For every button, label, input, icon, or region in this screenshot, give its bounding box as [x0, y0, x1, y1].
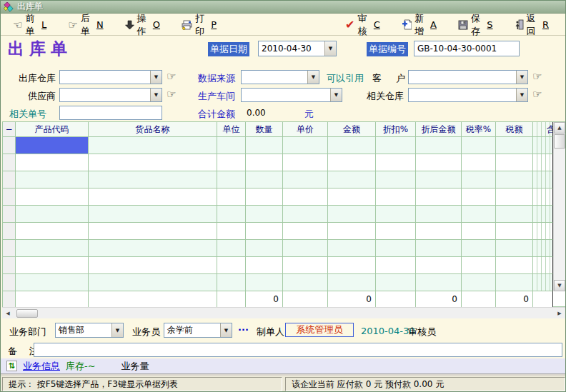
operations-button[interactable]: 操作O: [121, 16, 164, 34]
grid-cell[interactable]: [246, 137, 283, 154]
customer-select[interactable]: ▼: [408, 70, 528, 84]
grid-cell[interactable]: [16, 171, 89, 189]
new-button[interactable]: 新增A: [398, 16, 440, 34]
grid-cell[interactable]: [16, 206, 89, 223]
grid-cell[interactable]: [217, 274, 246, 291]
grid-cell[interactable]: [217, 223, 246, 240]
warehouse-select[interactable]: ▼: [59, 70, 162, 84]
grid-cell[interactable]: [283, 171, 328, 189]
grid-cell[interactable]: [496, 223, 533, 240]
grid-cell[interactable]: [376, 189, 416, 206]
save-button[interactable]: 保存S: [455, 16, 497, 34]
grid-cell[interactable]: [416, 274, 462, 291]
grid-cell[interactable]: [376, 274, 416, 291]
grid-cell[interactable]: [376, 137, 416, 154]
grid-cell[interactable]: [283, 240, 328, 257]
grid-cell[interactable]: [217, 240, 246, 257]
grid-cell[interactable]: [246, 223, 283, 240]
scroll-up-icon[interactable]: ▲: [554, 122, 565, 134]
row-indicator[interactable]: [3, 154, 16, 171]
grid-cell[interactable]: [462, 206, 496, 223]
grid-cell[interactable]: [496, 189, 533, 206]
grid-cell[interactable]: [416, 171, 462, 189]
grid-cell[interactable]: [533, 171, 553, 189]
grid-cell[interactable]: [246, 257, 283, 274]
grid-cell[interactable]: [533, 137, 553, 154]
grid-cell[interactable]: [376, 171, 416, 189]
row-indicator[interactable]: [3, 206, 16, 223]
grid-cell[interactable]: [496, 274, 533, 291]
grid-cell[interactable]: [376, 240, 416, 257]
grid-cell[interactable]: [89, 206, 217, 223]
chevron-down-icon[interactable]: ▼: [324, 41, 336, 56]
grid-cell[interactable]: [462, 154, 496, 171]
grid-cell[interactable]: [246, 274, 283, 291]
grid-cell[interactable]: [496, 171, 533, 189]
grid-cell[interactable]: [16, 154, 89, 171]
column-header[interactable]: 货品名称: [89, 122, 217, 137]
horizontal-scrollbar[interactable]: ◀ ▶: [2, 307, 565, 318]
grid-cell[interactable]: [496, 206, 533, 223]
column-header[interactable]: 税额: [496, 122, 533, 137]
grid-cell[interactable]: [496, 257, 533, 274]
customer-lookup-icon[interactable]: ☞: [532, 71, 542, 81]
grid-cell[interactable]: [89, 171, 217, 189]
grid-cell[interactable]: [16, 240, 89, 257]
return-button[interactable]: 返回R: [511, 16, 552, 34]
grid-cell[interactable]: [283, 137, 328, 154]
scroll-left-icon[interactable]: ◀: [2, 308, 14, 318]
grid-cell[interactable]: [416, 189, 462, 206]
grid-cell[interactable]: [462, 240, 496, 257]
grid-cell[interactable]: [89, 274, 217, 291]
column-header[interactable]: 含: [533, 122, 553, 137]
grid-cell[interactable]: [328, 171, 376, 189]
grid-cell[interactable]: [328, 257, 376, 274]
chevron-down-icon[interactable]: ▼: [150, 89, 162, 101]
grid-cell[interactable]: [246, 171, 283, 189]
column-header[interactable]: 税率%: [462, 122, 496, 137]
column-header[interactable]: 折后金额: [416, 122, 462, 137]
column-header[interactable]: 单位: [217, 122, 246, 137]
warehouse-lookup-icon[interactable]: ☞: [167, 71, 176, 81]
column-header[interactable]: 折扣%: [376, 122, 416, 137]
next-doc-button[interactable]: ☞ 后单N: [64, 16, 106, 34]
grid-cell[interactable]: [496, 137, 533, 154]
grid-cell[interactable]: [16, 189, 89, 206]
row-indicator[interactable]: [3, 171, 16, 189]
supplier-lookup-icon[interactable]: ☞: [167, 89, 176, 99]
grid-cell[interactable]: [462, 274, 496, 291]
chevron-down-icon[interactable]: ▼: [150, 71, 162, 84]
row-indicator[interactable]: [3, 223, 16, 240]
grid-cell[interactable]: [533, 274, 553, 291]
grid-cell[interactable]: [533, 257, 553, 274]
grid-cell[interactable]: [217, 154, 246, 171]
grid-cell[interactable]: [376, 154, 416, 171]
grid-cell[interactable]: [376, 257, 416, 274]
grid-cell[interactable]: [328, 223, 376, 240]
grid-cell[interactable]: [533, 223, 553, 240]
business-info-link[interactable]: 业务信息: [23, 360, 60, 373]
doc-date-select[interactable]: 2010-04-30 ▼: [258, 41, 337, 56]
grid-cell[interactable]: [376, 206, 416, 223]
grid-cell[interactable]: [217, 257, 246, 274]
scroll-right-icon[interactable]: ▶: [554, 308, 565, 318]
grid-cell[interactable]: [416, 240, 462, 257]
related-warehouse-select[interactable]: ▼: [408, 88, 528, 102]
grid-cell[interactable]: [416, 206, 462, 223]
row-indicator[interactable]: [3, 189, 16, 206]
grid-cell[interactable]: [328, 137, 376, 154]
grid-cell[interactable]: [533, 154, 553, 171]
vertical-scroll-thumb[interactable]: [554, 134, 565, 149]
grid-cell[interactable]: [217, 206, 246, 223]
vertical-scrollbar[interactable]: ▲ ▼: [553, 122, 565, 291]
grid-cell[interactable]: [416, 223, 462, 240]
doc-no-input[interactable]: [414, 41, 520, 56]
audit-button[interactable]: ✔ 审核C: [342, 16, 384, 34]
chevron-down-icon[interactable]: ▼: [516, 89, 527, 101]
grid-cell[interactable]: [533, 206, 553, 223]
chevron-down-icon[interactable]: ▼: [330, 89, 342, 101]
grid-cell[interactable]: [217, 189, 246, 206]
grid-cell[interactable]: [376, 223, 416, 240]
grid-cell[interactable]: [462, 171, 496, 189]
row-indicator[interactable]: [3, 274, 16, 291]
